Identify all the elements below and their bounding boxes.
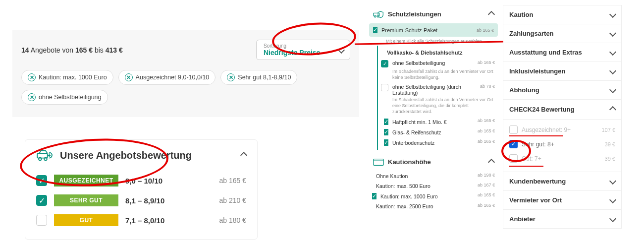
checkbox[interactable]: ✓	[372, 193, 376, 199]
accordion-header[interactable]: Anbieter	[503, 210, 621, 228]
rating-filter-row[interactable]: Gut: 7+ 39 €	[509, 151, 615, 166]
accordion-header[interactable]: Ausstattung und Extras	[503, 43, 621, 62]
filter-chip[interactable]: ✕ohne Selbstbeteiligung	[21, 90, 108, 105]
filter-option[interactable]: ✓ Kaution: max. 1000 Euro ab 165 €	[369, 191, 498, 201]
filter-accordion: KautionZahlungsartenAusstattung und Extr…	[503, 5, 622, 229]
option-price: ab 165 €	[478, 192, 495, 197]
rating-filter-label: Ausgezeichnet: 9+	[522, 126, 571, 133]
accordion-header[interactable]: Kundenbewertung	[503, 172, 621, 191]
svg-rect-6	[374, 159, 383, 166]
results-header: 14 Angebote von 165 € bis 413 € Sortieru…	[12, 30, 359, 70]
checkbox[interactable]	[509, 125, 518, 134]
rating-row[interactable]: GUT 7,1 – 8,0/10 ab 180 €	[36, 210, 246, 230]
checkbox[interactable]: ✓	[36, 175, 47, 186]
rating-badge: SEHR GUT	[54, 194, 118, 206]
close-icon[interactable]: ✕	[227, 73, 235, 81]
filter-option[interactable]: ✓ Unterbodenschutz ab 165 €	[381, 137, 498, 148]
filter-chip[interactable]: ✕Ausgezeichnet 9,0-10,0/10	[118, 70, 216, 85]
filter-option[interactable]: ✓ Haftpflicht min. 1 Mio. € ab 165 €	[381, 117, 498, 127]
option-price: ab 165 €	[478, 139, 495, 144]
premium-package-row[interactable]: ✓ Premium-Schutz-Paket ab 165 €	[369, 23, 498, 37]
rating-filter-row[interactable]: ✓ Sehr gut: 8+ 39 €	[509, 137, 615, 151]
option-price: ab 165 €	[478, 128, 495, 133]
accordion-header[interactable]: Vermieter vor Ort	[503, 191, 621, 210]
chevron-down-icon	[339, 46, 344, 55]
checkbox[interactable]	[381, 84, 388, 91]
checkbox[interactable]: ✓	[384, 139, 388, 146]
accordion-label: Kundenbewertung	[509, 178, 566, 185]
close-icon[interactable]: ✕	[28, 73, 36, 81]
price-from: ab 210 €	[219, 196, 247, 204]
filter-option[interactable]: Ohne Kaution ab 198 €	[369, 171, 498, 181]
checkbox[interactable]: ✓	[384, 119, 388, 125]
schutz-header[interactable]: Schutzleistungen	[369, 5, 498, 23]
filter-option[interactable]: ✓ ohne Selbstbeteiligung ab 165 €	[381, 59, 498, 69]
filter-option[interactable]: ✓ Glas- & Reifenschutz ab 165 €	[381, 127, 498, 137]
filter-option[interactable]: Kaution: max. 500 Euro ab 167 €	[369, 181, 498, 191]
filter-chip[interactable]: ✕Sehr gut 8,1-8,9/10	[220, 70, 297, 85]
rating-panel-header[interactable]: Unsere Angebotsbewertung	[36, 149, 246, 162]
rating-range: 8,1 – 8,9/10	[125, 196, 175, 205]
checkbox[interactable]: ✓	[384, 129, 388, 135]
accordion-header[interactable]: Abholung	[503, 81, 621, 100]
option-price: ab 165 €	[478, 60, 495, 65]
checkbox[interactable]	[509, 154, 518, 163]
option-description: Im Schadensfall zahlst du an den Vermiet…	[381, 69, 498, 82]
rating-row[interactable]: ✓ AUSGEZEICHNET 9,0 – 10/10 ab 165 €	[36, 171, 246, 190]
results-panel: 14 Angebote von 165 € bis 413 € Sortieru…	[12, 30, 359, 240]
price-from: ab 180 €	[219, 216, 247, 224]
active-filter-chips: ✕Kaution: max. 1000 Euro✕Ausgezeichnet 9…	[12, 70, 359, 117]
kaution-header[interactable]: Kautionshöhe	[369, 153, 498, 171]
svg-point-2	[44, 158, 47, 161]
checkbox[interactable]: ✓	[36, 195, 47, 206]
chevron-down-icon	[610, 49, 615, 56]
rating-filter-price: 107 €	[601, 127, 615, 133]
accordion-label: Vermieter vor Ort	[509, 196, 562, 204]
rating-filter-row[interactable]: Ausgezeichnet: 9+ 107 €	[509, 123, 615, 137]
rating-filter-price: 39 €	[605, 141, 615, 147]
checkbox[interactable]: ✓	[381, 60, 388, 67]
rating-filter-label: Sehr gut: 8+	[522, 141, 554, 148]
filter-option[interactable]: ohne Selbstbeteiligung (durch Erstattung…	[381, 82, 498, 97]
vollkasko-title: Vollkasko- & Diebstahlschutz	[381, 48, 498, 59]
chevron-down-icon	[610, 30, 615, 37]
accordion-header[interactable]: Kaution	[503, 5, 621, 24]
sort-label: Sortierung	[264, 43, 343, 49]
car-thumb-icon	[36, 149, 55, 162]
sort-value: Niedrigste Preise	[264, 49, 343, 57]
accordion-label: Kaution	[509, 11, 533, 18]
option-price: ab 165 €	[478, 203, 495, 208]
premium-price: ab 165 €	[477, 28, 494, 33]
svg-point-4	[375, 15, 376, 17]
filter-option[interactable]: Kaution: max. 2500 Euro ab 165 €	[369, 201, 498, 211]
accordion-label: Ausstattung und Extras	[509, 49, 582, 56]
chevron-up-icon	[610, 105, 615, 114]
rating-row[interactable]: ✓ SEHR GUT 8,1 – 8,9/10 ab 210 €	[36, 190, 246, 210]
close-icon[interactable]: ✕	[125, 73, 133, 81]
checkbox-premium[interactable]: ✓	[373, 27, 377, 33]
card-icon	[373, 158, 384, 166]
chevron-down-icon	[610, 86, 615, 94]
close-icon[interactable]: ✕	[28, 93, 36, 101]
chip-label: Ausgezeichnet 9,0-10,0/10	[136, 74, 210, 81]
rating-panel: Unsere Angebotsbewertung ✓ AUSGEZEICHNET…	[25, 139, 258, 240]
accordion-label: Abholung	[509, 86, 539, 94]
chevron-down-icon	[610, 11, 615, 18]
shield-car-icon	[373, 10, 384, 18]
sort-dropdown[interactable]: Sortierung Niedrigste Preise	[256, 40, 350, 60]
filter-chip[interactable]: ✕Kaution: max. 1000 Euro	[21, 70, 113, 85]
checkbox[interactable]: ✓	[509, 140, 518, 148]
rating-range: 9,0 – 10/10	[125, 177, 175, 185]
accordion-header[interactable]: Inklusivleistungen	[503, 62, 621, 81]
rating-badge: GUT	[54, 214, 118, 226]
rating-range: 7,1 – 8,0/10	[125, 216, 175, 225]
accordion-header[interactable]: CHECK24 Bewertung	[503, 100, 621, 120]
chip-label: Sehr gut 8,1-8,9/10	[238, 74, 291, 81]
rating-panel-title: Unsere Angebotsbewertung	[60, 150, 192, 161]
option-price: ab 167 €	[478, 183, 495, 187]
chevron-down-icon	[610, 196, 615, 204]
option-price: ab 165 €	[478, 118, 495, 123]
checkbox[interactable]	[36, 215, 47, 226]
rating-badge: AUSGEZEICHNET	[54, 175, 118, 186]
accordion-header[interactable]: Zahlungsarten	[503, 24, 621, 43]
